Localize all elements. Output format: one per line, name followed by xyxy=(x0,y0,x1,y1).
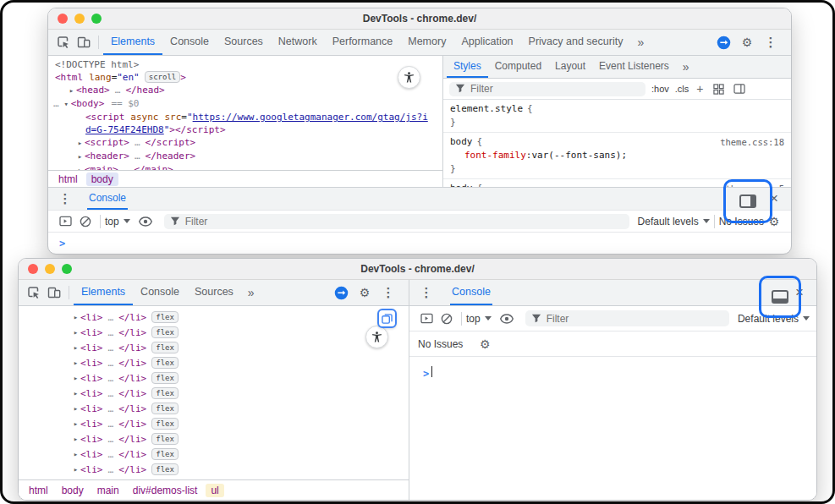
flex-badge[interactable]: flex xyxy=(151,357,179,369)
context-selector[interactable]: top xyxy=(105,216,130,227)
tree-node-li[interactable]: <li> … </li> flex xyxy=(19,370,409,386)
collaps​ed-ellipsis[interactable]: … xyxy=(108,403,114,414)
expand-arrow-icon[interactable] xyxy=(71,313,80,321)
expand-arrow-icon[interactable] xyxy=(71,374,80,382)
tab-privacy-security[interactable]: Privacy and security xyxy=(521,30,631,55)
minimize-button[interactable] xyxy=(74,14,85,24)
flex-badge[interactable]: flex xyxy=(151,463,179,475)
expand-arrow-icon[interactable] xyxy=(71,450,80,458)
breadcrumb-body[interactable]: body xyxy=(86,173,118,186)
live-expression-eye-icon[interactable] xyxy=(135,211,156,232)
element-classes-button[interactable]: .cls xyxy=(675,84,689,94)
flex-badge[interactable]: flex xyxy=(151,342,179,353)
expand-arrow-icon[interactable] xyxy=(71,419,80,428)
console-filter-input[interactable] xyxy=(185,216,624,227)
flex-badge[interactable]: flex xyxy=(151,433,179,445)
collaps​ed-ellipsis[interactable]: … xyxy=(108,434,114,445)
close-button[interactable] xyxy=(58,14,68,24)
dock-side-icon[interactable] xyxy=(739,194,756,208)
tree-node-li[interactable]: <li> … </li> flex xyxy=(19,462,409,477)
expand-arrow-icon[interactable] xyxy=(75,151,85,163)
tree-node-header[interactable]: <header>…</header> xyxy=(48,150,442,163)
console-filter-input[interactable] xyxy=(547,313,723,325)
console-sidebar-icon[interactable] xyxy=(416,309,437,329)
breadcrumb-html[interactable]: html xyxy=(24,484,53,497)
settings-gear-icon[interactable] xyxy=(354,282,375,303)
gtag-url-link-continued[interactable]: d=G-754F24EHD8 xyxy=(85,124,164,135)
tab-console[interactable]: Console xyxy=(162,30,217,55)
expand-arrow-icon[interactable] xyxy=(71,359,80,367)
flex-badge[interactable]: flex xyxy=(151,418,179,430)
device-toolbar-icon[interactable] xyxy=(74,32,94,52)
tree-node-script2[interactable]: <script>…</script> xyxy=(48,136,442,150)
expand-arrow-icon[interactable] xyxy=(75,137,85,150)
breadcrumb-body[interactable]: body xyxy=(57,484,89,497)
accessibility-icon[interactable] xyxy=(398,66,420,89)
more-tabs-icon[interactable]: » xyxy=(676,60,696,74)
console-settings-gear-icon[interactable] xyxy=(475,334,495,354)
collaps​ed-ellipsis[interactable]: … xyxy=(108,388,114,399)
expand-arrow-icon[interactable] xyxy=(75,164,85,170)
close-button[interactable] xyxy=(28,264,38,274)
tab-elements[interactable]: Elements xyxy=(74,280,133,305)
new-style-rule-icon[interactable]: + xyxy=(695,82,705,96)
collaps​ed-ellipsis[interactable]: … xyxy=(108,373,114,384)
tree-node-li[interactable]: <li> … </li> flex xyxy=(19,431,409,446)
layers-icon[interactable] xyxy=(377,309,397,328)
tab-performance[interactable]: Performance xyxy=(325,30,401,55)
more-tabs-icon[interactable]: » xyxy=(630,36,651,49)
tab-memory[interactable]: Memory xyxy=(400,30,453,55)
collapsed-ellipsis[interactable]: … xyxy=(135,151,140,162)
flex-badge[interactable]: flex xyxy=(151,311,179,323)
tree-node-html[interactable]: <htmllang="en"scroll> xyxy=(48,71,442,84)
tree-node-li[interactable]: <li> … </li> flex xyxy=(19,355,409,370)
tree-node-body[interactable]: …<body>== $0 xyxy=(48,97,442,111)
expand-arrow-icon[interactable] xyxy=(71,343,80,352)
tab-sources[interactable]: Sources xyxy=(187,280,241,305)
clear-console-icon[interactable] xyxy=(437,309,457,329)
collaps​ed-ellipsis[interactable]: … xyxy=(108,342,114,353)
tab-console[interactable]: Console xyxy=(133,280,187,305)
tab-application[interactable]: Application xyxy=(453,30,520,55)
scroll-badge[interactable]: scroll xyxy=(145,71,181,83)
tab-computed[interactable]: Computed xyxy=(488,56,548,78)
collaps​ed-ellipsis[interactable]: … xyxy=(108,464,114,475)
tab-console-drawer[interactable]: Console xyxy=(87,188,128,210)
tree-node-doctype[interactable]: <!DOCTYPE html> xyxy=(48,58,442,71)
flex-badge[interactable]: flex xyxy=(151,372,179,384)
tab-sources[interactable]: Sources xyxy=(217,30,271,55)
more-nodes-ellipsis[interactable]: … xyxy=(53,98,59,109)
tree-node-li[interactable]: <li> … </li> flex xyxy=(19,446,409,462)
styles-filter-input[interactable] xyxy=(470,83,640,95)
expand-arrow-icon[interactable] xyxy=(71,404,80,413)
clear-console-icon[interactable] xyxy=(75,211,96,232)
collapsed-ellipsis[interactable]: … xyxy=(135,137,140,148)
console-prompt[interactable]: > xyxy=(409,357,816,500)
flex-badge[interactable]: flex xyxy=(151,387,179,399)
tree-node-script-gtag[interactable]: <scriptasyncsrc="https://www.googletagma… xyxy=(48,111,442,123)
kebab-menu-icon[interactable] xyxy=(55,189,75,209)
tree-node-li[interactable]: <li> … </li> flex xyxy=(19,310,409,325)
tree-node-script-gtag-wrap[interactable]: d=G-754F24EHD8"></script> xyxy=(48,123,442,136)
css-rule-body-1[interactable]: body{theme.css:18 font-family: var(--fon… xyxy=(443,133,791,179)
issues-counter[interactable]: No Issues xyxy=(418,338,463,350)
zoom-button[interactable] xyxy=(91,14,102,24)
log-levels-dropdown[interactable]: Default levels xyxy=(638,216,710,227)
tree-node-li[interactable]: <li> … </li> flex xyxy=(19,340,409,355)
breadcrumb-ul[interactable]: ul xyxy=(206,484,223,497)
zoom-button[interactable] xyxy=(62,264,72,274)
tab-console-panel[interactable]: Console xyxy=(450,280,492,305)
collaps​ed-ellipsis[interactable]: … xyxy=(108,358,114,369)
grid-icon[interactable] xyxy=(711,79,726,99)
breadcrumb-html[interactable]: html xyxy=(53,173,83,186)
device-toolbar-icon[interactable] xyxy=(44,282,64,303)
collaps​ed-ellipsis[interactable]: … xyxy=(108,449,114,460)
collaps​ed-ellipsis[interactable]: … xyxy=(108,312,114,323)
collaps​ed-ellipsis[interactable]: … xyxy=(108,327,114,338)
sidebar-panel-icon[interactable] xyxy=(732,79,747,99)
toggle-element-state-button[interactable]: :hov xyxy=(651,84,669,94)
gtag-url-link[interactable]: https://www.googletagmanager.com/gtag/js… xyxy=(193,112,428,123)
tree-node-li[interactable]: <li> … </li> flex xyxy=(19,386,409,401)
tab-event-listeners[interactable]: Event Listeners xyxy=(592,56,676,78)
console-prompt[interactable]: > xyxy=(48,233,791,254)
